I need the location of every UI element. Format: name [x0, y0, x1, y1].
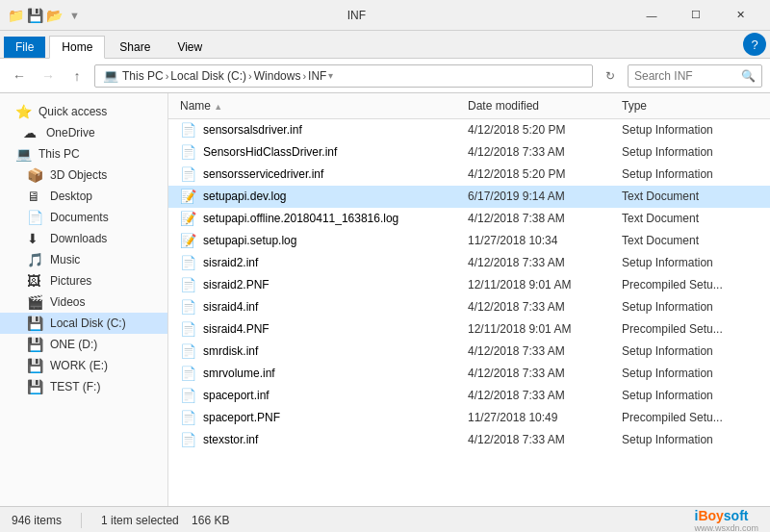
table-row[interactable]: 📄smrvolume.inf4/12/2018 7:33 AMSetup Inf… — [168, 363, 770, 385]
sidebar-item-3dobjects[interactable]: 📦 3D Objects — [0, 165, 167, 186]
col-type[interactable]: Type — [618, 97, 762, 114]
table-row[interactable]: 📄sisraid4.PNF12/11/2018 9:01 AMPrecompil… — [168, 318, 770, 341]
maximize-button[interactable]: ☐ — [674, 0, 718, 31]
sidebar-item-music[interactable]: 🎵 Music — [0, 249, 167, 270]
file-type: Precompiled Setu... — [618, 321, 762, 337]
sort-arrow: ▲ — [214, 102, 222, 112]
table-row[interactable]: 📝setupapi.setup.log11/27/2018 10:34Text … — [168, 230, 770, 252]
folder-icon-small: 📁 — [8, 8, 23, 23]
file-name: setupapi.dev.log — [203, 190, 287, 203]
forward-button[interactable]: → — [37, 64, 60, 88]
tab-home[interactable]: Home — [49, 36, 105, 59]
sidebar-label-one-d: ONE (D:) — [50, 338, 97, 351]
file-name-cell: 📄SensorsHidClassDriver.inf — [176, 143, 464, 161]
file-icon: 📄 — [180, 277, 197, 292]
sidebar-item-one-d[interactable]: 💾 ONE (D:) — [0, 334, 167, 355]
one-d-icon: 💾 — [27, 337, 44, 352]
back-button[interactable]: ← — [8, 64, 31, 88]
sidebar-label-3dobjects: 3D Objects — [50, 168, 107, 182]
sidebar-item-localdisk[interactable]: 💾 Local Disk (C:) — [0, 313, 167, 334]
sidebar: ⭐ Quick access ☁ OneDrive 💻 This PC 📦 3D… — [0, 93, 168, 506]
file-type: Text Document — [618, 233, 762, 248]
file-date: 11/27/2018 10:34 — [464, 233, 618, 248]
file-name: setupapi.setup.log — [203, 234, 296, 247]
file-header: Name ▲ Date modified Type — [168, 93, 770, 119]
refresh-button[interactable]: ↻ — [599, 64, 622, 88]
file-icon: 📄 — [180, 299, 197, 315]
file-date: 4/12/2018 7:38 AM — [464, 211, 618, 226]
sidebar-item-work-e[interactable]: 💾 WORK (E:) — [0, 355, 167, 376]
window-title: INF — [84, 9, 629, 22]
search-input[interactable] — [634, 69, 741, 83]
sidebar-label-localdisk: Local Disk (C:) — [50, 317, 126, 330]
sidebar-label-thispc: This PC — [38, 147, 80, 161]
window-controls: — ☐ ✕ — [629, 0, 762, 31]
file-name-cell: 📝setupapi.dev.log — [176, 188, 464, 205]
file-icon: 📄 — [180, 410, 197, 425]
minimize-button[interactable]: — — [629, 0, 674, 31]
watermark-sub: www.wsxdn.com — [694, 523, 758, 533]
sidebar-item-videos[interactable]: 🎬 Videos — [0, 291, 167, 313]
file-name: spaceport.PNF — [203, 411, 280, 424]
table-row[interactable]: 📄sisraid2.inf4/12/2018 7:33 AMSetup Info… — [168, 252, 770, 274]
sidebar-label-quickaccess: Quick access — [38, 105, 107, 118]
file-icon: 📄 — [180, 432, 197, 447]
table-row[interactable]: 📄SensorsHidClassDriver.inf4/12/2018 7:33… — [168, 141, 770, 164]
table-row[interactable]: 📄sensorsservicedriver.inf4/12/2018 5:20 … — [168, 164, 770, 186]
sidebar-label-onedrive: OneDrive — [46, 126, 95, 139]
tab-share[interactable]: Share — [107, 36, 163, 58]
table-row[interactable]: 📝setupapi.dev.log6/17/2019 9:14 AMText D… — [168, 186, 770, 208]
sidebar-item-downloads[interactable]: ⬇ Downloads — [0, 228, 167, 249]
file-type: Setup Information — [618, 255, 762, 270]
selected-count: 1 item selected 166 KB — [101, 514, 229, 527]
table-row[interactable]: 📄sisraid2.PNF12/11/2018 9:01 AMPrecompil… — [168, 274, 770, 296]
file-name: smrdisk.inf — [203, 344, 258, 358]
sidebar-item-documents[interactable]: 📄 Documents — [0, 207, 167, 228]
work-e-icon: 💾 — [27, 358, 44, 373]
sidebar-item-quickaccess[interactable]: ⭐ Quick access — [0, 101, 167, 122]
file-name-cell: 📄sensorsalsdriver.inf — [176, 121, 464, 139]
file-type: Setup Information — [618, 144, 762, 160]
address-bar: ← → ↑ 💻 This PC › Local Disk (C:) › Wind… — [0, 59, 770, 93]
up-button[interactable]: ↑ — [65, 64, 89, 88]
sidebar-label-downloads: Downloads — [50, 232, 107, 245]
table-row[interactable]: 📄spaceport.PNF11/27/2018 10:49Precompile… — [168, 407, 770, 429]
file-type: Precompiled Setu... — [618, 410, 762, 425]
table-row[interactable]: 📝setupapi.offline.20180411_163816.log4/1… — [168, 208, 770, 230]
file-name: sisraid4.inf — [203, 300, 258, 314]
onedrive-icon: ☁ — [23, 125, 40, 140]
tab-view[interactable]: View — [165, 36, 215, 58]
address-path[interactable]: 💻 This PC › Local Disk (C:) › Windows › … — [94, 64, 593, 88]
file-type: Setup Information — [618, 166, 762, 182]
col-name[interactable]: Name ▲ — [176, 97, 464, 114]
music-icon: 🎵 — [27, 252, 44, 267]
table-row[interactable]: 📄sensorsalsdriver.inf4/12/2018 5:20 PMSe… — [168, 119, 770, 141]
sidebar-item-test-f[interactable]: 💾 TEST (F:) — [0, 376, 167, 397]
table-row[interactable]: 📄sisraid4.inf4/12/2018 7:33 AMSetup Info… — [168, 296, 770, 318]
path-windows: Windows — [254, 69, 301, 83]
sidebar-item-onedrive[interactable]: ☁ OneDrive — [0, 122, 167, 143]
table-row[interactable]: 📄spaceport.inf4/12/2018 7:33 AMSetup Inf… — [168, 385, 770, 407]
file-name-cell: 📝setupapi.offline.20180411_163816.log — [176, 210, 464, 227]
sidebar-label-desktop: Desktop — [50, 190, 92, 203]
table-row[interactable]: 📄smrdisk.inf4/12/2018 7:33 AMSetup Infor… — [168, 341, 770, 363]
file-type: Setup Information — [618, 366, 762, 381]
file-date: 4/12/2018 5:20 PM — [464, 166, 618, 182]
file-icon: 📄 — [180, 144, 197, 160]
file-date: 12/11/2018 9:01 AM — [464, 277, 618, 292]
file-date: 11/27/2018 10:49 — [464, 410, 618, 425]
close-button[interactable]: ✕ — [718, 0, 762, 31]
sidebar-item-thispc[interactable]: 💻 This PC — [0, 143, 167, 165]
col-date[interactable]: Date modified — [464, 97, 618, 114]
sidebar-item-desktop[interactable]: 🖥 Desktop — [0, 186, 167, 207]
search-box[interactable]: 🔍 — [628, 64, 762, 88]
table-row[interactable]: 📄stexstor.inf4/12/2018 7:33 AMSetup Info… — [168, 429, 770, 451]
file-icon: 📄 — [180, 122, 197, 138]
item-count: 946 items — [12, 514, 62, 527]
tab-file[interactable]: File — [4, 37, 45, 58]
search-icon: 🔍 — [741, 69, 756, 83]
file-icon: 📝 — [180, 189, 197, 204]
file-name: sisraid2.PNF — [203, 278, 270, 291]
sidebar-item-pictures[interactable]: 🖼 Pictures — [0, 270, 167, 291]
help-button[interactable]: ? — [743, 33, 766, 56]
